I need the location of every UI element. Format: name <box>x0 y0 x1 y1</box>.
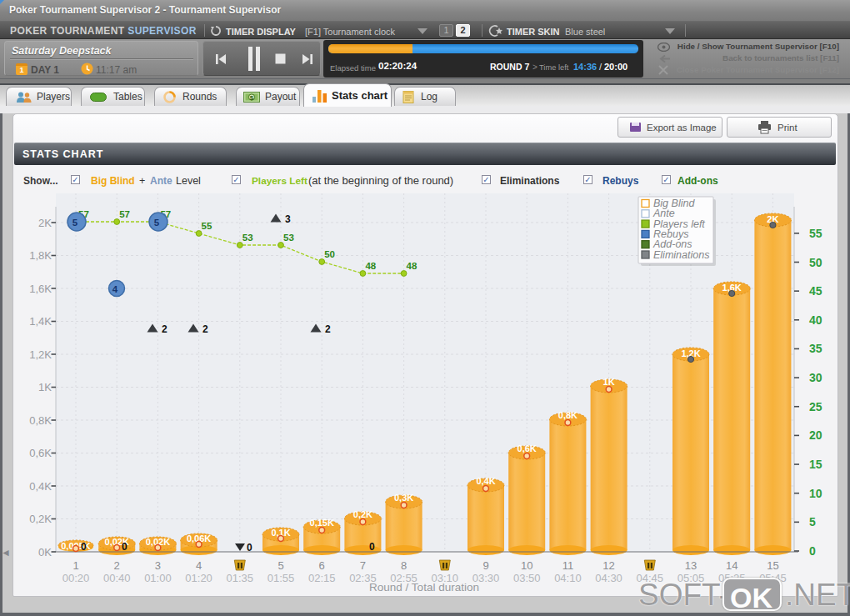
svg-text:35: 35 <box>809 342 822 355</box>
svg-text:◄: ◄ <box>1 547 11 558</box>
svg-text:2K: 2K <box>38 217 52 229</box>
svg-text:30: 30 <box>809 371 822 384</box>
svg-text:55: 55 <box>202 221 212 231</box>
svg-text:0,4K: 0,4K <box>476 476 495 486</box>
svg-text:20: 20 <box>809 428 822 442</box>
svg-text:0,2K: 0,2K <box>29 513 52 525</box>
svg-text:57: 57 <box>119 209 130 219</box>
svg-text:10: 10 <box>521 559 532 572</box>
svg-text:02:15: 02:15 <box>308 572 336 584</box>
svg-text:1K: 1K <box>603 377 615 387</box>
svg-text:4: 4 <box>196 559 202 572</box>
svg-text:0,4K: 0,4K <box>29 480 52 493</box>
svg-text:0K: 0K <box>38 546 52 558</box>
svg-text:2: 2 <box>202 323 208 335</box>
svg-text:1: 1 <box>72 559 78 572</box>
svg-text:0: 0 <box>81 541 87 553</box>
svg-text:2: 2 <box>114 559 120 572</box>
svg-text:01:55: 01:55 <box>268 572 295 584</box>
svg-text:5: 5 <box>154 218 160 228</box>
svg-text:10: 10 <box>809 487 822 500</box>
svg-text:0,3K: 0,3K <box>394 493 413 503</box>
svg-text:1,8K: 1,8K <box>29 249 52 262</box>
svg-text:50: 50 <box>809 256 822 269</box>
svg-text:0: 0 <box>369 541 375 553</box>
svg-text:0,2K: 0,2K <box>353 509 372 519</box>
svg-text:3: 3 <box>155 559 161 572</box>
svg-text:15: 15 <box>809 458 822 471</box>
svg-text:04:30: 04:30 <box>595 572 622 584</box>
svg-text:0,6K: 0,6K <box>518 443 537 453</box>
svg-text:00:40: 00:40 <box>103 572 131 584</box>
svg-text:11: 11 <box>562 559 574 572</box>
svg-text:0,15K: 0,15K <box>310 518 334 528</box>
svg-text:9: 9 <box>482 559 488 572</box>
svg-text:40: 40 <box>809 313 822 327</box>
svg-text:Round / Total duration: Round / Total duration <box>369 581 479 593</box>
svg-text:15: 15 <box>767 559 778 572</box>
svg-text:Eliminations: Eliminations <box>653 249 709 261</box>
svg-text:01:20: 01:20 <box>185 572 212 584</box>
svg-text:0,6K: 0,6K <box>29 447 52 459</box>
svg-text:0: 0 <box>809 544 816 558</box>
svg-text:25: 25 <box>809 400 822 413</box>
svg-text:0,8K: 0,8K <box>29 414 52 427</box>
svg-text:1,2K: 1,2K <box>29 348 52 361</box>
svg-text:55: 55 <box>809 227 822 240</box>
svg-text:2: 2 <box>162 323 168 335</box>
svg-text:48: 48 <box>407 261 418 271</box>
svg-text:0: 0 <box>122 541 128 553</box>
svg-text:1,6K: 1,6K <box>29 283 52 295</box>
svg-text:53: 53 <box>242 233 253 243</box>
svg-text:2: 2 <box>325 323 331 335</box>
svg-text:8: 8 <box>401 559 407 572</box>
svg-text:03:50: 03:50 <box>513 572 541 584</box>
svg-text:01:35: 01:35 <box>227 572 254 584</box>
svg-text:5: 5 <box>809 515 816 528</box>
svg-text:5: 5 <box>278 559 283 572</box>
svg-text:4: 4 <box>112 284 118 294</box>
svg-text:1,4K: 1,4K <box>29 315 52 328</box>
svg-text:5: 5 <box>72 218 78 228</box>
svg-text:45: 45 <box>809 284 822 298</box>
svg-text:48: 48 <box>365 261 376 271</box>
svg-text:04:10: 04:10 <box>554 572 582 584</box>
svg-text:6: 6 <box>319 559 325 572</box>
svg-text:50: 50 <box>324 249 335 259</box>
svg-text:12: 12 <box>602 559 614 572</box>
svg-text:13: 13 <box>685 559 697 572</box>
svg-text:0,8K: 0,8K <box>558 410 578 420</box>
svg-text:53: 53 <box>283 233 294 243</box>
svg-text:7: 7 <box>360 559 366 572</box>
svg-text:01:00: 01:00 <box>144 572 172 584</box>
svg-text:00:20: 00:20 <box>62 572 90 584</box>
svg-text:0: 0 <box>247 542 252 553</box>
svg-text:1K: 1K <box>38 381 52 393</box>
svg-text:14: 14 <box>726 559 738 572</box>
svg-text:3: 3 <box>285 213 291 225</box>
